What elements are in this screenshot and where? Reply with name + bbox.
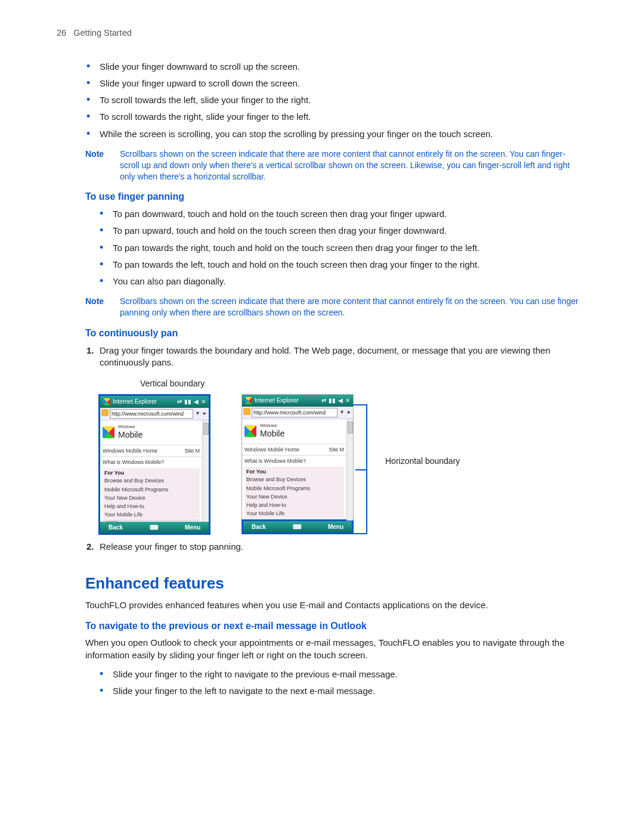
vertical-scrollbar [202,420,209,522]
note-label: Note [85,148,120,182]
phone-mockup: Internet Explorer ⇄ ▮▮ ◀ ✕ http://www.mi… [98,394,210,535]
phone-titlebar: Internet Explorer ⇄ ▮▮ ◀ ✕ [242,395,353,407]
url-field: http://www.microsoft.com/wind [110,409,193,419]
figure-horizontal: Internet Explorer ⇄ ▮▮ ◀ ✕ http://www.mi… [242,394,460,534]
continuous-pan-steps-2: 2. Release your finger to stop panning. [86,541,578,558]
speaker-icon: ◀ [338,397,343,405]
list-item: Slide your finger to the left to navigat… [100,685,578,702]
list-item: While the screen is scrolling, you can s… [86,128,578,145]
keyboard-icon: ⌨ [150,524,158,532]
brand-big: Mobile [260,428,284,439]
list-item: Your New Device [246,493,342,501]
windows-flag-icon [245,397,252,404]
step-number: 2. [86,541,94,553]
manual-page: 26 Getting Started Slide your finger dow… [0,0,644,833]
figure-row: Internet Explorer ⇄ ▮▮ ◀ ✕ http://www.mi… [86,394,578,535]
page-icon [243,408,250,415]
page-number: 26 [57,28,66,38]
list-item: Help and How-to [104,502,198,510]
horizontal-scrollbar [103,520,200,522]
vertical-scrollbar [346,419,353,521]
list-item: Mobile Microsoft Programs [246,484,342,493]
back-softkey: Back [252,523,266,531]
brand-block: Windows Mobile [100,420,202,444]
list-item: You can also pan diagonally. [100,275,578,292]
url-field: http://www.microsoft.com/wind [252,408,338,417]
pan-bullets: To pan downward, touch and hold on the t… [100,208,578,292]
app-title: Internet Explorer [255,397,299,405]
list-item: Browse and Buy Devices [104,476,198,485]
list-item: Your Mobile Life [246,509,342,518]
continuous-pan-steps: 1. Drag your finger towards the boundary… [86,345,578,374]
page-content: Windows Mobile Windows Mobile Home Site … [100,420,202,522]
for-you-block: For You Browse and Buy Devices Mobile Mi… [103,468,200,520]
list-item: Slide your finger to the right to naviga… [100,668,578,685]
windows-flag-icon [103,398,110,405]
windows-flag-icon [244,425,256,437]
list-item: To scroll towards the right, slide your … [86,111,578,128]
brand-block: Windows Mobile [242,419,346,443]
nav-row: Windows Mobile Home Site M [100,446,202,456]
figure-vertical: Internet Explorer ⇄ ▮▮ ◀ ✕ http://www.mi… [86,394,212,535]
speaker-icon: ◀ [194,398,199,406]
page-header: 26 Getting Started [57,27,578,39]
list-item: To pan towards the right, touch and hold… [100,242,578,259]
for-you-block: For You Browse and Buy Devices Mobile Mi… [244,467,344,519]
list-item: Slide your finger downward to scroll up … [86,61,578,78]
paragraph: When you open Outlook to check your appo… [85,637,578,661]
nav-bullets: Slide your finger to the right to naviga… [100,668,578,702]
note-block: Note Scrollbars shown on the screen indi… [85,296,578,318]
close-icon: ✕ [201,398,206,406]
step-text: Drag your finger towards the boundary an… [100,345,550,367]
question-row: What is Windows Mobile? [242,456,346,466]
list-item: Your New Device [104,494,198,502]
heading-enhanced-features: Enhanced features [85,573,578,594]
question-row: What is Windows Mobile? [100,457,202,467]
note-label: Note [85,296,120,318]
phone-body: Windows Mobile Windows Mobile Home Site … [100,420,209,522]
nav-link: Windows Mobile Home [103,447,157,454]
note-block: Note Scrollbars shown on the screen indi… [85,148,578,182]
phone-mockup: Internet Explorer ⇄ ▮▮ ◀ ✕ http://www.mi… [242,394,354,521]
list-item: Help and How-to [246,501,342,509]
softkey-bar: Back ⌨ Menu [242,519,354,535]
step-item: 1. Drag your finger towards the boundary… [86,345,578,374]
for-you-heading: For You [104,469,198,476]
note-text: Scrollbars shown on the screen indicate … [120,148,578,182]
menu-softkey: Menu [185,524,200,532]
for-you-heading: For You [246,468,342,475]
step-item: 2. Release your finger to stop panning. [86,541,578,558]
list-item: To pan downward, touch and hold on the t… [100,208,578,225]
list-item: Your Mobile Life [104,510,198,519]
page-content: Windows Mobile Windows Mobile Home Site … [242,419,346,521]
back-softkey: Back [109,524,123,532]
address-bar: http://www.microsoft.com/wind ▾ ▸ [100,408,209,420]
step-text: Release your finger to stop panning. [100,541,243,552]
nav-link: Site M [184,447,200,454]
list-item: Mobile Microsoft Programs [104,485,198,494]
dropdown-icon: ▾ [339,408,345,417]
page-icon [101,409,109,416]
subheading-panning: To use finger panning [85,190,578,203]
list-item: Slide your finger upward to scroll down … [86,78,578,94]
close-icon: ✕ [345,397,350,405]
nav-link: What is Windows Mobile? [103,459,164,466]
step-number: 1. [86,345,94,357]
list-item: To pan upward, touch and hold on the tou… [100,225,578,241]
horizontal-boundary-caption: Horizontal boundary [385,456,460,467]
nav-link: Windows Mobile Home [244,446,299,453]
subheading-navigate-email: To navigate to the previous or next e-ma… [85,620,578,633]
vertical-boundary-caption: Vertical boundary [140,378,578,389]
sync-icon: ⇄ [321,397,326,405]
brand-big: Mobile [118,429,143,441]
list-item: To scroll towards the left, slide your f… [86,94,578,111]
dropdown-icon: ▾ [194,409,200,419]
signal-icon: ▮▮ [329,397,336,405]
go-icon: ▸ [202,409,208,419]
go-icon: ▸ [346,408,352,417]
menu-softkey: Menu [328,523,343,531]
scroll-bullets: Slide your finger downward to scroll up … [86,61,578,145]
note-text: Scrollbars shown on the screen indicate … [120,296,578,318]
nav-row: Windows Mobile Home Site M [242,445,346,454]
phone-titlebar: Internet Explorer ⇄ ▮▮ ◀ ✕ [100,396,209,408]
